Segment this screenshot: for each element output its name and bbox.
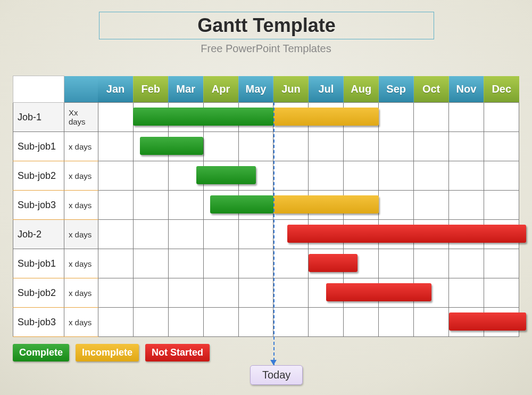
grid-cell bbox=[309, 249, 344, 278]
grid-cell bbox=[449, 249, 484, 278]
month-header-jan: Jan bbox=[98, 76, 133, 103]
grid-cell bbox=[168, 308, 203, 337]
task-label: Sub-job1 bbox=[13, 249, 64, 278]
grid-cell bbox=[203, 132, 238, 161]
grid-cell bbox=[133, 103, 168, 132]
header-blank-label bbox=[13, 76, 64, 103]
task-label: Job-2 bbox=[13, 220, 64, 249]
gantt-chart: JanFebMarAprMayJunJulAugSepOctNovDec Job… bbox=[13, 76, 519, 337]
table-row: Sub-job1x days bbox=[13, 249, 519, 278]
grid-cell bbox=[98, 191, 133, 220]
grid-cell bbox=[203, 278, 238, 308]
grid-cell bbox=[273, 249, 309, 278]
task-duration: x days bbox=[64, 191, 98, 220]
grid-cell bbox=[273, 103, 309, 132]
grid-cell bbox=[414, 220, 449, 249]
grid-cell bbox=[98, 249, 133, 278]
grid-cell bbox=[98, 161, 133, 191]
grid-cell bbox=[414, 308, 449, 337]
legend-incomplete: Incomplete bbox=[76, 344, 139, 361]
table-row: Sub-job2x days bbox=[13, 161, 519, 191]
month-header-jul: Jul bbox=[309, 76, 344, 103]
grid-cell bbox=[449, 278, 484, 308]
grid-cell bbox=[238, 220, 273, 249]
grid-cell bbox=[379, 132, 414, 161]
task-duration: x days bbox=[64, 249, 98, 278]
grid-cell bbox=[379, 161, 414, 191]
header-row: JanFebMarAprMayJunJulAugSepOctNovDec bbox=[13, 76, 519, 103]
grid-cell bbox=[98, 308, 133, 337]
gantt-body: Job-1Xx daysSub-job1x daysSub-job2x days… bbox=[13, 103, 519, 337]
legend: Complete Incomplete Not Started bbox=[13, 344, 210, 361]
grid-cell bbox=[484, 161, 519, 191]
grid-cell bbox=[238, 132, 273, 161]
grid-cell bbox=[168, 278, 203, 308]
grid-cell bbox=[133, 191, 168, 220]
today-marker-arrow-icon bbox=[270, 360, 277, 365]
grid-cell bbox=[203, 220, 238, 249]
month-header-apr: Apr bbox=[203, 76, 238, 103]
month-header-aug: Aug bbox=[344, 76, 379, 103]
slide: Gantt Template Free PowerPoint Templates… bbox=[0, 0, 532, 395]
grid-cell bbox=[98, 220, 133, 249]
grid-cell bbox=[273, 132, 309, 161]
month-header-nov: Nov bbox=[449, 76, 484, 103]
grid-cell bbox=[133, 161, 168, 191]
grid-cell bbox=[484, 220, 519, 249]
grid-cell bbox=[238, 308, 273, 337]
task-label: Sub-job2 bbox=[13, 161, 64, 191]
month-header-dec: Dec bbox=[484, 76, 519, 103]
grid-cell bbox=[414, 191, 449, 220]
grid-cell bbox=[309, 278, 344, 308]
grid-cell bbox=[133, 132, 168, 161]
task-duration: x days bbox=[64, 220, 98, 249]
grid-cell bbox=[379, 308, 414, 337]
title-box: Gantt Template bbox=[99, 12, 434, 39]
grid-cell bbox=[98, 103, 133, 132]
today-badge: Today bbox=[250, 365, 303, 385]
grid-cell bbox=[344, 220, 379, 249]
grid-cell bbox=[344, 161, 379, 191]
task-duration: x days bbox=[64, 308, 98, 337]
grid-cell bbox=[203, 103, 238, 132]
grid-cell bbox=[344, 308, 379, 337]
grid-cell bbox=[273, 161, 309, 191]
grid-cell bbox=[168, 161, 203, 191]
task-label: Job-1 bbox=[13, 103, 64, 132]
grid-cell bbox=[273, 308, 309, 337]
month-header-jun: Jun bbox=[273, 76, 309, 103]
grid-cell bbox=[379, 278, 414, 308]
grid-cell bbox=[484, 278, 519, 308]
grid-cell bbox=[238, 161, 273, 191]
grid-cell bbox=[484, 308, 519, 337]
task-duration: x days bbox=[64, 161, 98, 191]
grid-cell bbox=[449, 308, 484, 337]
grid-cell bbox=[238, 278, 273, 308]
grid-cell bbox=[133, 278, 168, 308]
legend-not-started: Not Started bbox=[145, 344, 210, 361]
grid-cell bbox=[273, 278, 309, 308]
grid-cell bbox=[449, 132, 484, 161]
grid-cell bbox=[344, 249, 379, 278]
task-label: Sub-job1 bbox=[13, 132, 64, 161]
grid-cell bbox=[449, 161, 484, 191]
page-title: Gantt Template bbox=[197, 14, 335, 37]
task-label: Sub-job3 bbox=[13, 308, 64, 337]
grid-cell bbox=[273, 191, 309, 220]
month-header-oct: Oct bbox=[414, 76, 449, 103]
grid-cell bbox=[484, 191, 519, 220]
grid-cell bbox=[168, 249, 203, 278]
legend-complete: Complete bbox=[13, 344, 69, 361]
grid-cell bbox=[203, 161, 238, 191]
grid-cell bbox=[379, 249, 414, 278]
table-row: Sub-job3x days bbox=[13, 308, 519, 337]
grid-cell bbox=[449, 191, 484, 220]
grid-cell bbox=[203, 308, 238, 337]
grid-cell bbox=[309, 161, 344, 191]
grid-cell bbox=[379, 220, 414, 249]
header-blank-duration bbox=[64, 76, 98, 103]
task-duration: Xx days bbox=[64, 103, 98, 132]
grid-cell bbox=[379, 191, 414, 220]
table-row: Sub-job3x days bbox=[13, 191, 519, 220]
task-label: Sub-job3 bbox=[13, 191, 64, 220]
